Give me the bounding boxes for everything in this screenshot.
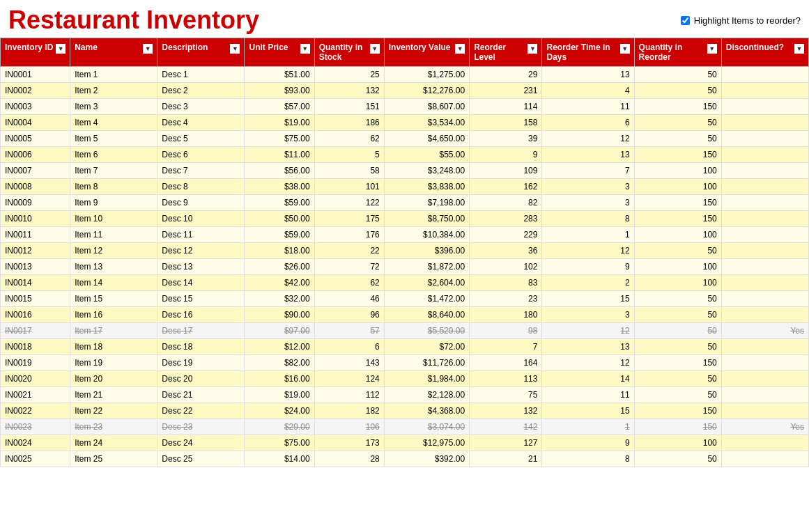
table-cell: 1 <box>542 227 634 243</box>
table-row[interactable]: IN0009Item 9Desc 9$59.00122$7,198.008231… <box>1 195 809 211</box>
table-cell: Desc 3 <box>157 99 245 115</box>
table-cell <box>721 243 808 259</box>
table-cell: Item 17 <box>70 323 157 339</box>
table-cell: $59.00 <box>245 227 314 243</box>
highlight-checkbox-area[interactable]: Highlight Items to reorder? <box>681 15 801 26</box>
table-row[interactable]: IN0013Item 13Desc 13$26.0072$1,872.00102… <box>1 259 809 275</box>
table-cell: Desc 2 <box>157 83 245 99</box>
table-row[interactable]: IN0005Item 5Desc 5$75.0062$4,650.0039125… <box>1 131 809 147</box>
table-row[interactable]: IN0012Item 12Desc 12$18.0022$396.0036125… <box>1 243 809 259</box>
table-cell <box>721 355 808 371</box>
col-dropdown-id[interactable]: ▼ <box>56 44 66 54</box>
table-cell <box>721 387 808 403</box>
col-header-name: Name ▼ <box>70 38 157 67</box>
table-row[interactable]: IN0011Item 11Desc 11$59.00176$10,384.002… <box>1 227 809 243</box>
table-cell: Item 16 <box>70 307 157 323</box>
table-row[interactable]: IN0010Item 10Desc 10$50.00175$8,750.0028… <box>1 211 809 227</box>
col-header-reorder-time: Reorder Time in Days ▼ <box>542 38 634 67</box>
col-dropdown-discontinued[interactable]: ▼ <box>794 44 804 54</box>
table-cell: Desc 9 <box>157 195 245 211</box>
table-cell: Desc 15 <box>157 291 245 307</box>
table-row[interactable]: IN0021Item 21Desc 21$19.00112$2,128.0075… <box>1 387 809 403</box>
table-cell: $3,838.00 <box>384 179 469 195</box>
table-row[interactable]: IN0004Item 4Desc 4$19.00186$3,534.001586… <box>1 115 809 131</box>
table-cell: Desc 19 <box>157 355 245 371</box>
table-cell: 39 <box>470 131 542 147</box>
table-cell: Item 14 <box>70 275 157 291</box>
table-cell <box>721 179 808 195</box>
table-cell: Desc 25 <box>157 451 245 467</box>
highlight-checkbox[interactable] <box>681 16 690 25</box>
table-cell: 98 <box>470 323 542 339</box>
table-row[interactable]: IN0019Item 19Desc 19$82.00143$11,726.001… <box>1 355 809 371</box>
table-cell: 50 <box>634 451 721 467</box>
table-row[interactable]: IN0022Item 22Desc 22$24.00182$4,368.0013… <box>1 403 809 419</box>
col-dropdown-reorder-time[interactable]: ▼ <box>620 44 630 54</box>
table-cell: $1,984.00 <box>384 371 469 387</box>
table-cell <box>721 435 808 451</box>
table-cell: 164 <box>470 355 542 371</box>
table-cell: $3,074.00 <box>384 419 469 435</box>
table-cell: $38.00 <box>245 179 314 195</box>
table-cell: Desc 17 <box>157 323 245 339</box>
table-cell: $10,384.00 <box>384 227 469 243</box>
table-cell: 29 <box>470 67 542 83</box>
table-row[interactable]: IN0016Item 16Desc 16$90.0096$8,640.00180… <box>1 307 809 323</box>
table-cell: IN0001 <box>1 67 70 83</box>
table-cell: $392.00 <box>384 451 469 467</box>
table-row[interactable]: IN0014Item 14Desc 14$42.0062$2,604.00832… <box>1 275 809 291</box>
table-row[interactable]: IN0017Item 17Desc 17$97.0057$5,529.00981… <box>1 323 809 339</box>
table-cell: 150 <box>634 211 721 227</box>
table-cell <box>721 195 808 211</box>
table-row[interactable]: IN0001Item 1Desc 1$51.0025$1,275.0029135… <box>1 67 809 83</box>
table-cell <box>721 339 808 355</box>
col-dropdown-desc[interactable]: ▼ <box>230 44 240 54</box>
table-row[interactable]: IN0002Item 2Desc 2$93.00132$12,276.00231… <box>1 83 809 99</box>
table-cell: 100 <box>634 163 721 179</box>
highlight-label[interactable]: Highlight Items to reorder? <box>694 15 801 26</box>
table-cell: $1,872.00 <box>384 259 469 275</box>
table-row[interactable]: IN0003Item 3Desc 3$57.00151$8,607.001141… <box>1 99 809 115</box>
table-cell: 13 <box>542 339 634 355</box>
col-dropdown-unit-price[interactable]: ▼ <box>300 44 310 54</box>
table-cell <box>721 275 808 291</box>
table-cell: IN0019 <box>1 355 70 371</box>
table-row[interactable]: IN0024Item 24Desc 24$75.00173$12,975.001… <box>1 435 809 451</box>
table-row[interactable]: IN0023Item 23Desc 23$29.00106$3,074.0014… <box>1 419 809 435</box>
table-cell: Item 12 <box>70 243 157 259</box>
table-cell: 124 <box>314 371 384 387</box>
col-dropdown-qty-stock[interactable]: ▼ <box>370 44 380 54</box>
table-row[interactable]: IN0015Item 15Desc 15$32.0046$1,472.00231… <box>1 291 809 307</box>
table-cell: 3 <box>542 195 634 211</box>
table-cell: Desc 8 <box>157 179 245 195</box>
table-cell: 11 <box>542 99 634 115</box>
table-cell: 50 <box>634 307 721 323</box>
table-cell: Item 18 <box>70 339 157 355</box>
table-row[interactable]: IN0008Item 8Desc 8$38.00101$3,838.001623… <box>1 179 809 195</box>
table-cell: Desc 1 <box>157 67 245 83</box>
table-row[interactable]: IN0020Item 20Desc 20$16.00124$1,984.0011… <box>1 371 809 387</box>
table-cell: 112 <box>314 387 384 403</box>
col-dropdown-reorder-level[interactable]: ▼ <box>527 44 537 54</box>
table-cell: Item 10 <box>70 211 157 227</box>
table-row[interactable]: IN0018Item 18Desc 18$12.006$72.0071350 <box>1 339 809 355</box>
col-dropdown-name[interactable]: ▼ <box>143 44 153 54</box>
table-cell: IN0008 <box>1 179 70 195</box>
table-cell: $11.00 <box>245 147 314 163</box>
table-cell: 4 <box>542 83 634 99</box>
table-cell: Desc 16 <box>157 307 245 323</box>
table-cell: 50 <box>634 67 721 83</box>
col-dropdown-qty-reorder[interactable]: ▼ <box>707 44 717 54</box>
table-cell: IN0020 <box>1 371 70 387</box>
table-cell: 143 <box>314 355 384 371</box>
table-cell: Desc 22 <box>157 403 245 419</box>
table-cell: IN0012 <box>1 243 70 259</box>
table-cell: 2 <box>542 275 634 291</box>
table-cell: 62 <box>314 131 384 147</box>
table-cell: 11 <box>542 387 634 403</box>
table-row[interactable]: IN0025Item 25Desc 25$14.0028$392.0021850 <box>1 451 809 467</box>
table-row[interactable]: IN0007Item 7Desc 7$56.0058$3,248.0010971… <box>1 163 809 179</box>
table-cell: $12,276.00 <box>384 83 469 99</box>
col-dropdown-inv-value[interactable]: ▼ <box>455 44 465 54</box>
table-row[interactable]: IN0006Item 6Desc 6$11.005$55.00913150 <box>1 147 809 163</box>
